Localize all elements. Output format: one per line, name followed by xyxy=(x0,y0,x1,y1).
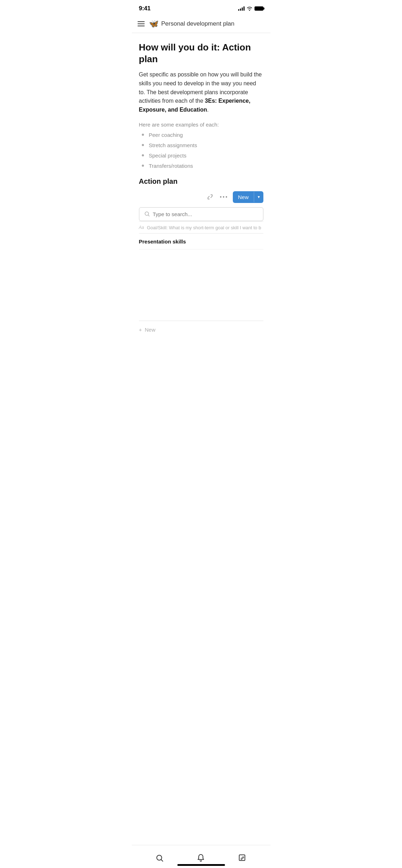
list-item: Transfers/rotations xyxy=(139,163,263,169)
more-dots-icon xyxy=(220,196,227,198)
list-item: Special projects xyxy=(139,152,263,159)
table-header-aa-icon: Aa xyxy=(139,225,144,230)
top-nav: 🦋 Personal development plan xyxy=(132,15,270,33)
list-item: Peer coaching xyxy=(139,132,263,138)
examples-label: Here are some examples of each: xyxy=(139,122,263,128)
bullet-dot xyxy=(142,154,144,156)
list-item: Stretch assignments xyxy=(139,142,263,148)
expand-icon xyxy=(207,194,213,200)
table-row[interactable]: Presentation skills xyxy=(139,234,263,250)
signal-bar-2 xyxy=(240,9,241,11)
battery-icon xyxy=(254,6,263,11)
svg-point-0 xyxy=(220,196,221,198)
new-button-chevron-icon[interactable]: ▾ xyxy=(254,192,263,202)
search-input[interactable] xyxy=(153,211,258,217)
list-item-text: Peer coaching xyxy=(149,132,183,138)
description-text-2: . xyxy=(207,107,209,113)
hamburger-menu-icon[interactable] xyxy=(138,21,145,26)
page-heading: How will you do it: Action plan xyxy=(139,42,263,65)
signal-bar-4 xyxy=(243,6,245,11)
add-new-label[interactable]: New xyxy=(145,327,155,333)
svg-point-2 xyxy=(226,196,227,198)
bullet-dot xyxy=(142,144,144,146)
expand-button[interactable] xyxy=(206,193,214,201)
hamburger-line xyxy=(138,21,145,22)
list-item-text: Transfers/rotations xyxy=(149,163,193,169)
butterfly-emoji: 🦋 xyxy=(149,19,159,28)
spacer xyxy=(139,250,263,321)
table-area: Aa Goal/Skill: What is my short-term goa… xyxy=(139,221,263,250)
row-value-presentation: Presentation skills xyxy=(139,239,186,245)
signal-bar-1 xyxy=(238,9,239,11)
table-header-row: Aa Goal/Skill: What is my short-term goa… xyxy=(139,221,263,234)
new-button-label[interactable]: New xyxy=(233,191,253,203)
hamburger-line xyxy=(138,23,145,24)
table-header-label: Aa Goal/Skill: What is my short-term goa… xyxy=(139,225,261,230)
status-time: 9:41 xyxy=(139,5,151,12)
bullet-dot xyxy=(142,165,144,167)
search-box[interactable] xyxy=(139,207,263,221)
list-item-text: Stretch assignments xyxy=(149,142,197,148)
signal-bars-icon xyxy=(238,6,245,11)
svg-point-1 xyxy=(223,196,224,198)
add-new-plus-icon: + xyxy=(139,327,142,333)
bullet-list: Peer coaching Stretch assignments Specia… xyxy=(139,132,263,169)
add-new-row[interactable]: + New xyxy=(139,321,263,338)
bullet-dot xyxy=(142,134,144,136)
signal-bar-3 xyxy=(242,7,243,11)
more-options-button[interactable] xyxy=(219,194,229,199)
description-text: Get specific as possible on how you will… xyxy=(139,70,263,114)
hamburger-line xyxy=(138,26,145,26)
table-header-text: Goal/Skill: What is my short-term goal o… xyxy=(147,225,261,230)
list-item-text: Special projects xyxy=(149,152,187,159)
status-icons xyxy=(238,6,263,11)
new-button-group[interactable]: New ▾ xyxy=(233,191,263,203)
main-content: How will you do it: Action plan Get spec… xyxy=(132,33,270,338)
nav-title-area: 🦋 Personal development plan xyxy=(149,19,235,28)
wifi-icon xyxy=(247,6,252,11)
search-icon xyxy=(144,211,150,217)
action-plan-toolbar: New ▾ xyxy=(139,191,263,203)
section-heading: Action plan xyxy=(139,177,263,186)
nav-title: Personal development plan xyxy=(161,20,235,27)
status-bar: 9:41 xyxy=(132,0,270,15)
